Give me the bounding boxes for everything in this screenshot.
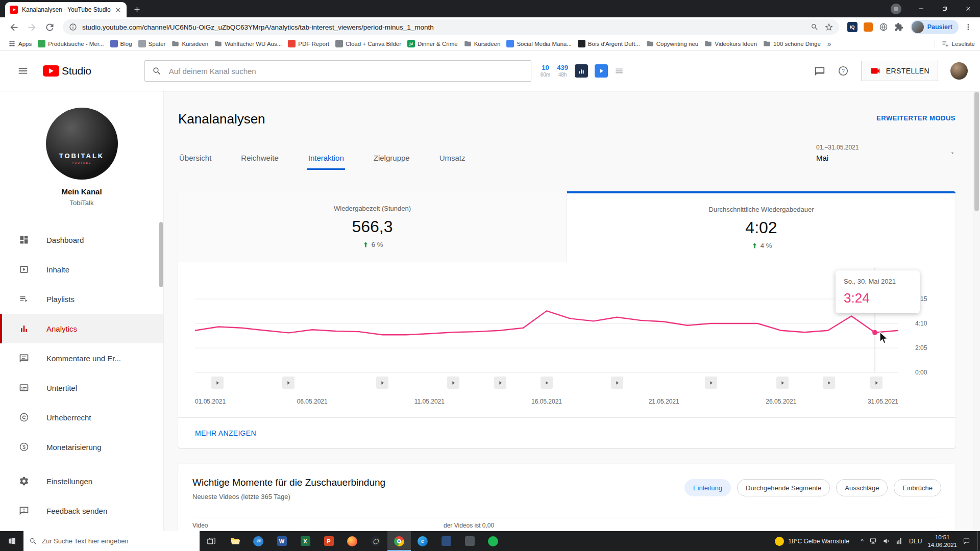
tab-reichweite[interactable]: Reichweite: [240, 139, 279, 170]
bookmark-item[interactable]: Apps: [5, 38, 35, 50]
sidebar-item-inhalte[interactable]: Inhalte: [0, 255, 163, 284]
action-center-icon[interactable]: [963, 537, 970, 545]
channel-avatar[interactable]: TOBITALK YOUTUBE: [46, 108, 118, 180]
taskbar-app-powerpoint-icon[interactable]: P: [317, 531, 340, 551]
taskbar-app-obs-icon[interactable]: ◯: [364, 531, 387, 551]
sidebar-item-kommentare-und-er[interactable]: Kommentare und Er...: [0, 343, 163, 373]
network-icon[interactable]: [896, 537, 903, 545]
show-desktop-button[interactable]: [977, 531, 980, 551]
extension-menu-icon[interactable]: [615, 66, 624, 76]
video-marker-icon[interactable]: [211, 377, 224, 389]
video-marker-icon[interactable]: [823, 377, 835, 389]
video-marker-icon[interactable]: [611, 377, 623, 389]
video-marker-icon[interactable]: [376, 377, 388, 389]
new-tab-button[interactable]: [133, 5, 141, 14]
video-marker-icon[interactable]: [282, 377, 295, 389]
reload-button[interactable]: [44, 22, 55, 33]
language-indicator[interactable]: DEU: [909, 538, 922, 545]
create-button[interactable]: ERSTELLEN: [861, 61, 938, 81]
bookmarks-overflow-chevron[interactable]: »: [824, 40, 835, 48]
video-marker-icon[interactable]: [494, 377, 506, 389]
bookmark-item[interactable]: Social Media Mana...: [503, 38, 574, 50]
page-scrollbar[interactable]: [973, 91, 980, 531]
taskbar-search[interactable]: [23, 531, 200, 551]
video-marker-icon[interactable]: [870, 377, 883, 389]
feedback-bubble-icon[interactable]: [814, 65, 825, 77]
weather-widget[interactable]: 18°C Gelbe Warnstufe: [769, 537, 855, 546]
bookmark-item[interactable]: Später: [135, 38, 169, 50]
taskbar-app-excel-icon[interactable]: X: [293, 531, 317, 551]
sidebar-item-einstellungen[interactable]: Einstellungen: [0, 466, 163, 496]
sidebar-item-dashboard[interactable]: Dashboard: [0, 225, 163, 255]
back-button[interactable]: [9, 22, 19, 33]
display-tray-icon[interactable]: [869, 537, 877, 545]
chip-einleitung[interactable]: Einleitung: [684, 479, 731, 496]
bookmark-item[interactable]: Blog: [107, 38, 135, 50]
taskbar-app-app-blue-icon[interactable]: [434, 531, 458, 551]
bookmark-item[interactable]: Bois d'Argent Duft...: [575, 38, 643, 50]
browser-tab[interactable]: Kanalanalysen - YouTube Studio: [5, 2, 127, 17]
tab-bersicht[interactable]: Übersicht: [178, 139, 212, 170]
taskbar-clock[interactable]: 10:51 14.06.2021: [927, 534, 957, 549]
taskbar-app-edge-icon[interactable]: e: [411, 531, 434, 551]
bookmark-item[interactable]: Kursideen: [168, 38, 211, 50]
chip-ausschl-ge[interactable]: Ausschläge: [836, 479, 888, 496]
video-marker-icon[interactable]: [705, 377, 717, 389]
bookmark-item[interactable]: PDF Report: [285, 38, 332, 50]
url-field[interactable]: studio.youtube.com/channel/UC6N5u-OiGz_u…: [63, 19, 839, 35]
forward-button[interactable]: [27, 22, 37, 33]
taskbar-app-chrome-icon[interactable]: [387, 531, 411, 551]
globe-extension-icon[interactable]: [879, 22, 888, 32]
metric-watch-time[interactable]: Wiedergabezeit (Stunden) 566,3 6 %: [178, 191, 567, 262]
bookmark-item[interactable]: 100 schöne Dinge: [760, 38, 824, 50]
taskbar-app-firefox-icon[interactable]: [340, 531, 364, 551]
sidebar-item-analytics[interactable]: Analytics: [0, 314, 163, 343]
sidebar-item-urheberrecht[interactable]: Urheberrecht: [0, 403, 163, 432]
window-minimize-button[interactable]: [910, 0, 933, 17]
zoom-indicator-icon[interactable]: [811, 23, 819, 31]
reading-list-button[interactable]: Leseliste: [935, 40, 975, 47]
window-close-button[interactable]: [957, 0, 980, 17]
show-more-link[interactable]: MEHR ANZEIGEN: [195, 429, 256, 437]
tab-umsatz[interactable]: Umsatz: [438, 139, 467, 170]
bookmark-item[interactable]: Copywriting neu: [643, 38, 701, 50]
browser-menu-icon[interactable]: [964, 22, 973, 32]
taskbar-app-app-gray-icon[interactable]: [458, 531, 481, 551]
tab-zielgruppe[interactable]: Zielgruppe: [373, 139, 411, 170]
bookmark-item[interactable]: Wahlfächer WU Aus...: [211, 38, 285, 50]
bookmark-item[interactable]: Produktsuche - Mer...: [35, 38, 107, 50]
line-chart-area[interactable]: 0:002:054:106:15 So., 30. Mai 2021 3:24 …: [178, 262, 955, 417]
tab-interaktion[interactable]: Interaktion: [307, 139, 345, 170]
youtube-studio-logo[interactable]: Studio: [43, 65, 91, 77]
sidebar-item-untertitel[interactable]: Untertitel: [0, 373, 163, 403]
taskbar-app-spotify-icon[interactable]: [481, 531, 505, 551]
account-avatar[interactable]: [950, 62, 968, 80]
browser-profile-badge-icon[interactable]: [891, 4, 901, 14]
vidiq-extension-icon[interactable]: IQ: [847, 22, 857, 32]
site-info-icon[interactable]: [69, 23, 77, 31]
sidebar-item-feedback-senden[interactable]: Feedback senden: [0, 496, 163, 525]
taskbar-app-word-icon[interactable]: W: [270, 531, 293, 551]
extension-chart-icon[interactable]: [575, 64, 588, 78]
tab-close-icon[interactable]: [114, 6, 122, 14]
bookmark-item[interactable]: Kursideen: [461, 38, 504, 50]
sidebar-scrollbar[interactable]: [159, 222, 163, 287]
extensions-puzzle-icon[interactable]: [894, 22, 903, 32]
video-marker-icon[interactable]: [447, 377, 459, 389]
chip-einbr-che[interactable]: Einbrüche: [894, 479, 941, 496]
taskbar-search-input[interactable]: [42, 537, 194, 545]
tray-chevron-icon[interactable]: ^: [861, 537, 864, 545]
bookmark-item[interactable]: Cload + Canva Bilder: [332, 38, 404, 50]
chip-durchgehende-segmente[interactable]: Durchgehende Segmente: [737, 479, 830, 496]
advanced-mode-link[interactable]: ERWEITERTER MODUS: [876, 114, 955, 122]
bookmark-item[interactable]: Videokurs Ideen: [701, 38, 760, 50]
browser-profile-chip[interactable]: Pausiert: [911, 20, 959, 34]
bookmark-item[interactable]: jdDinner & Crime: [404, 38, 461, 50]
menu-hamburger-icon[interactable]: [17, 65, 29, 77]
start-button[interactable]: [0, 531, 23, 551]
taskbar-app-task-view-icon[interactable]: [200, 531, 223, 551]
window-restore-button[interactable]: [933, 0, 957, 17]
video-marker-icon[interactable]: [541, 377, 553, 389]
extension-play-icon[interactable]: [595, 64, 608, 78]
date-range-picker[interactable]: 01.–31.05.2021 Mai: [816, 144, 955, 162]
